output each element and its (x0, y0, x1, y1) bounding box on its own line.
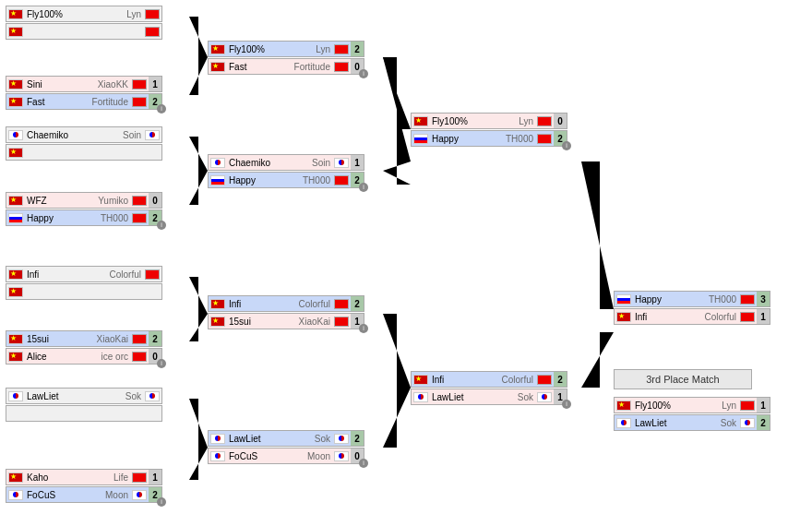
match-r2-4: LawLiet Sok 2 FoCuS Moon 0 i (208, 430, 364, 465)
team-infi-final: Colorful (686, 312, 738, 322)
flag-fast-r1 (8, 27, 23, 37)
flag-th000-final (740, 294, 755, 305)
match-r2-2-row1: Chaemiko Soin 1 (208, 154, 364, 171)
team-focus-r2: Moon (280, 451, 332, 461)
flag-th000-r2 (334, 175, 349, 185)
score-infi-r2: 2 (351, 296, 364, 311)
match-3rd: Fly100% Lyn 1 LawLiet Sok 2 (614, 397, 770, 432)
score-happy-final: 3 (757, 292, 770, 306)
match-3rd-row2: LawLiet Sok 2 (614, 414, 770, 431)
team-focus-r1: Moon (78, 490, 130, 500)
flag-wfz-team (132, 196, 147, 206)
info-btn-r1-4[interactable]: i (157, 221, 166, 230)
match-sf1-row1: Fly100% Lyn 0 (411, 113, 567, 129)
flag-15sui (8, 334, 23, 344)
player-chaemiko-r2: Chaemiko (227, 158, 280, 168)
player-focus-r2: FoCuS (227, 451, 280, 461)
flag-15sui-team (132, 334, 147, 344)
player-focus-r1: FoCuS (25, 490, 78, 500)
match-sf2-row1: Infi Colorful 2 (411, 371, 567, 388)
match-r1-3-row2 (6, 144, 162, 161)
flag-focus-team (132, 490, 147, 500)
info-btn-r2-4[interactable]: i (359, 459, 368, 468)
flag-happy (8, 213, 23, 223)
flag-sini-team (132, 79, 147, 90)
flag-colorful-sf (537, 375, 552, 385)
team-happy-r2: TH000 (280, 175, 332, 185)
team-lawliet-sf: Sok (483, 392, 535, 402)
match-r1-8-row2: FoCuS Moon 2 i (6, 486, 162, 503)
flag-happy-final (616, 294, 631, 305)
match-final-row1: Happy TH000 3 (614, 291, 770, 307)
info-btn-r2-1[interactable]: i (359, 69, 368, 78)
match-r1-3: Chaemiko Soin (6, 126, 162, 161)
match-r1-8: Kaho Life 1 FoCuS Moon 2 i (6, 469, 162, 504)
flag-focus-r2 (210, 451, 225, 461)
flag-fortitude (132, 97, 147, 107)
player-alice: Alice (25, 352, 78, 362)
flag-th000-sf (537, 134, 552, 144)
flag-sok-r1 (145, 391, 160, 401)
player-wfz: WFZ (25, 196, 78, 206)
bracket-container: Fly100% Lyn Sini XiaoKK 1 Fast Fortitude… (0, 0, 812, 526)
flag-lawliet-3rd (616, 418, 631, 428)
player-lawliet-r2: LawLiet (227, 434, 280, 444)
flag-sok-3rd (740, 418, 755, 428)
flag-fly100-r2 (210, 44, 225, 54)
match-sf2-row2: LawLiet Sok 1 i (411, 389, 567, 405)
team-15sui-r2: XiaoKai (280, 317, 332, 327)
player-happy-r1: Happy (25, 213, 78, 223)
info-btn-r1-2[interactable]: i (157, 104, 166, 114)
flag-infi-sf (413, 375, 428, 385)
match-r1-2-row1: Sini XiaoKK 1 (6, 76, 162, 92)
match-final-row2: Infi Colorful 1 (614, 308, 770, 325)
match-r1-1-row1: Fly100% Lyn (6, 6, 162, 22)
team-kaho: Life (78, 472, 130, 483)
player-fast2: Fast (25, 97, 78, 107)
flag-chaemiko-team (145, 130, 160, 140)
player-happy-sf: Happy (430, 134, 483, 144)
flag-colorful-final (740, 312, 755, 322)
match-r2-2: Chaemiko Soin 1 Happy TH000 2 i (208, 154, 364, 189)
flag-lyn-r2 (334, 44, 349, 54)
match-r1-7-row2 (6, 405, 162, 422)
info-btn-r2-3[interactable]: i (359, 324, 368, 333)
flag-fly100 (8, 9, 23, 19)
match-r1-7: LawLiet Sok (6, 388, 162, 423)
flag-kaho-team (132, 472, 147, 483)
flag-fly100-sf (413, 116, 428, 126)
info-btn-r1-6[interactable]: i (157, 359, 166, 368)
player-infi-sf: Infi (430, 375, 483, 385)
third-place-label: 3rd Place Match (614, 369, 752, 389)
match-r1-8-row1: Kaho Life 1 (6, 469, 162, 485)
match-3rd-row1: Fly100% Lyn 1 (614, 397, 770, 413)
flag-15sui-r2 (210, 317, 225, 327)
info-btn-sf1[interactable]: i (562, 141, 571, 150)
team-happy-r1: TH000 (78, 213, 130, 223)
player-fly100-r2: Fly100% (227, 44, 280, 54)
info-btn-sf2[interactable]: i (562, 400, 571, 409)
team-happy-final: TH000 (686, 294, 738, 305)
info-btn-r1-8[interactable]: i (157, 497, 166, 507)
match-r1-2: Sini XiaoKK 1 Fast Fortitude 2 i (6, 76, 162, 111)
player-lawliet-sf: LawLiet (430, 392, 483, 402)
flag-happy-r2 (210, 175, 225, 185)
player-happy-r2: Happy (227, 175, 280, 185)
flag-happy-sf (413, 134, 428, 144)
flag-xiaokai-r2 (334, 317, 349, 327)
info-btn-r2-2[interactable]: i (359, 183, 368, 192)
flag-lawliet-sf (413, 392, 428, 402)
score-fly100-r2: 2 (351, 42, 364, 56)
flag-focus-r1 (8, 490, 23, 500)
flag-alice (8, 352, 23, 362)
match-r2-2-row2: Happy TH000 2 i (208, 172, 364, 188)
player-fly100-sf: Fly100% (430, 116, 483, 126)
flag-lyn-sf (537, 116, 552, 126)
match-sf2: Infi Colorful 2 LawLiet Sok 1 i (411, 371, 567, 406)
flag-chaemiko-r2 (210, 158, 225, 168)
flag-lawliet-r2 (210, 434, 225, 444)
flag-kaho (8, 472, 23, 483)
team-chaemiko-r2: Soin (280, 158, 332, 168)
flag-wfz (8, 196, 23, 206)
flag-fast-team (145, 27, 160, 37)
